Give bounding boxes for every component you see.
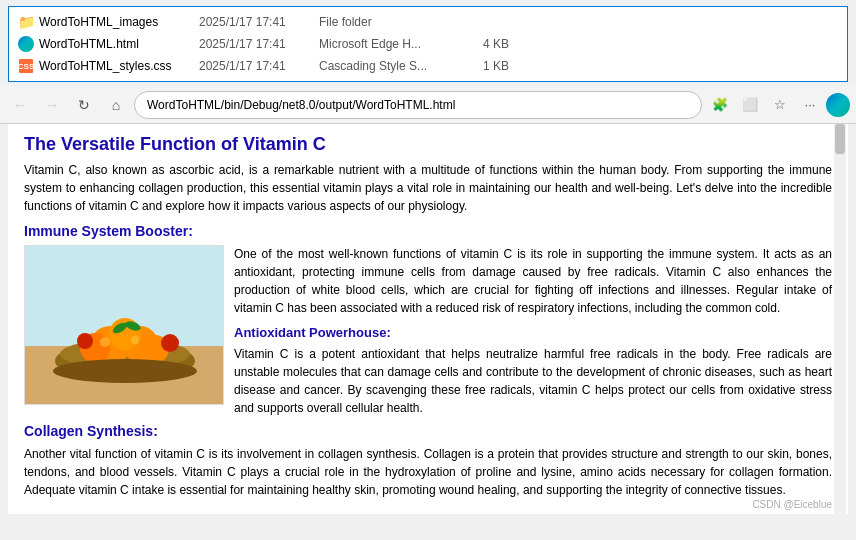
folder-icon: 📁	[17, 13, 35, 31]
file-date-css: 2025/1/17 17:41	[199, 59, 319, 73]
split-view-button[interactable]: ⬜	[736, 91, 764, 119]
edge-logo	[826, 93, 850, 117]
file-date-html: 2025/1/17 17:41	[199, 37, 319, 51]
article-title: The Versatile Function of Vitamin C	[24, 134, 832, 155]
file-row-html[interactable]: WordToHTML.html 2025/1/17 17:41 Microsof…	[9, 33, 847, 55]
collagen-section-text: Another vital function of vitamin C is i…	[24, 445, 832, 499]
svg-point-15	[53, 359, 197, 383]
browser-bar: ← → ↻ ⌂ 🧩 ⬜ ☆ ···	[0, 86, 856, 124]
file-row-folder[interactable]: 📁 WordToHTML_images 2025/1/17 17:41 File…	[9, 11, 847, 33]
file-date-folder: 2025/1/17 17:41	[199, 15, 319, 29]
article-intro: Vitamin C, also known as ascorbic acid, …	[24, 161, 832, 215]
file-type-folder: File folder	[319, 15, 459, 29]
file-row-css[interactable]: CSS WordToHTML_styles.css 2025/1/17 17:4…	[9, 55, 847, 77]
immune-section-heading: Immune System Booster:	[24, 223, 832, 239]
file-name-css: WordToHTML_styles.css	[39, 59, 199, 73]
svg-point-12	[161, 334, 179, 352]
file-type-html: Microsoft Edge H...	[319, 37, 459, 51]
edge-icon	[17, 35, 35, 53]
vitamin-c-image	[24, 245, 224, 405]
svg-point-10	[131, 336, 139, 344]
file-explorer: 📁 WordToHTML_images 2025/1/17 17:41 File…	[8, 6, 848, 82]
file-size-css: 1 KB	[459, 59, 509, 73]
refresh-button[interactable]: ↻	[70, 91, 98, 119]
file-name-folder: WordToHTML_images	[39, 15, 199, 29]
file-size-html: 4 KB	[459, 37, 509, 51]
browser-actions: 🧩 ⬜ ☆ ···	[706, 91, 850, 119]
favorites-button[interactable]: ☆	[766, 91, 794, 119]
svg-point-11	[77, 333, 93, 349]
home-button[interactable]: ⌂	[102, 91, 130, 119]
extensions-button[interactable]: 🧩	[706, 91, 734, 119]
back-button[interactable]: ←	[6, 91, 34, 119]
article-container: The Versatile Function of Vitamin C Vita…	[8, 124, 848, 514]
scrollbar-thumb	[835, 124, 845, 154]
svg-point-6	[109, 318, 141, 350]
css-icon: CSS	[17, 57, 35, 75]
immune-section-text: One of the most well-known functions of …	[234, 245, 832, 417]
forward-button[interactable]: →	[38, 91, 66, 119]
more-button[interactable]: ···	[796, 91, 824, 119]
watermark: CSDN @Eiceblue	[752, 499, 832, 510]
file-name-html: WordToHTML.html	[39, 37, 199, 51]
file-type-css: Cascading Style S...	[319, 59, 459, 73]
svg-point-9	[100, 337, 110, 347]
immune-section-content: One of the most well-known functions of …	[24, 245, 832, 417]
scrollbar[interactable]	[834, 124, 846, 514]
antioxidant-heading: Antioxidant Powerhouse:	[234, 323, 832, 343]
collagen-section-heading: Collagen Synthesis:	[24, 423, 832, 439]
address-bar[interactable]	[134, 91, 702, 119]
